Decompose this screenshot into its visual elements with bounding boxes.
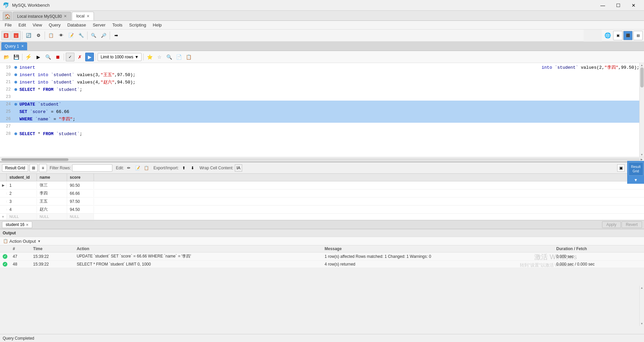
maximize-button[interactable]: ☐ (610, 0, 626, 11)
layout1-btn[interactable]: ▣ (613, 31, 623, 40)
explain-btn[interactable]: 🔍 (44, 53, 52, 61)
filter-input[interactable] (72, 164, 112, 172)
statusbar: Query Completed (0, 334, 644, 342)
save-script-btn[interactable]: 💾 (12, 53, 20, 61)
globe-icon[interactable]: 🌐 (603, 31, 612, 40)
scroll-up-arrow[interactable]: ▲ (641, 64, 643, 67)
header-score[interactable]: score (67, 174, 94, 181)
result-grid-tab[interactable]: Result Grid (2, 164, 28, 172)
result-grid-side-panel[interactable]: ResultGrid ▼ (627, 161, 644, 184)
scroll-up[interactable]: ▲ (641, 286, 643, 289)
toggle-btn[interactable]: ✓ (66, 53, 74, 61)
table-row[interactable]: 2 李四 66.66 (0, 189, 644, 197)
menu-database[interactable]: Database (64, 21, 90, 29)
bookmark2-btn[interactable]: ☆ (155, 53, 164, 61)
apply-btn[interactable]: Apply (602, 221, 621, 228)
execute-btn[interactable]: ⚡ (24, 53, 33, 61)
cell-score-null: NULL (67, 214, 94, 220)
tab-close[interactable]: ✕ (64, 14, 67, 18)
edit-btn[interactable]: ✏ (125, 164, 132, 172)
layout2-btn[interactable]: ⬛ (623, 31, 633, 40)
wrap-btn[interactable]: IA (235, 164, 242, 172)
menu-query[interactable]: Query (45, 21, 64, 29)
tab-local-instance[interactable]: Local instance MySQL80 ✕ (13, 12, 71, 20)
tab-local[interactable]: local ✕ (72, 12, 94, 20)
inspect-btn[interactable]: 🔎 (99, 31, 108, 40)
output-message: 4 row(s) returned (322, 261, 554, 268)
form-view-btn[interactable]: ≡ (39, 164, 47, 172)
row-arrow: ▶ (0, 182, 7, 188)
refresh-btn[interactable]: 🔄 (24, 31, 33, 40)
wrap-label: Wrap Cell Content: (200, 166, 233, 170)
export-btn[interactable]: ⬆ (180, 164, 187, 172)
table-row[interactable]: 3 王五 97.50 (0, 197, 644, 206)
table-row[interactable]: ▶ 1 张三 90.50 (0, 181, 644, 189)
status-cell: ✓ (0, 252, 10, 261)
format-btn[interactable]: 📄 (174, 53, 183, 61)
table-btn[interactable]: 📋 (46, 31, 56, 40)
menu-server[interactable]: Server (89, 21, 109, 29)
snippet-btn[interactable]: 📋 (184, 53, 193, 61)
search-btn[interactable]: 🔍 (89, 31, 98, 40)
output-vscrollbar[interactable]: ▲ ▼ (639, 286, 644, 326)
subtab-close[interactable]: ✕ (26, 223, 29, 227)
menu-file[interactable]: File (1, 21, 15, 29)
scroll-thumb[interactable] (640, 67, 644, 88)
query-tab-close[interactable]: ✕ (21, 44, 24, 48)
stop-btn[interactable]: ⏹ (53, 53, 62, 61)
table-row[interactable]: 4 赵六 94.50 (0, 206, 644, 214)
code-line-21: 21 insert into `student` values(4,"赵六",9… (0, 78, 639, 86)
next-btn[interactable]: ▶ (85, 53, 94, 61)
action-output-dropdown[interactable]: ▼ (37, 238, 42, 244)
layout3-btn[interactable]: ▤ (633, 31, 643, 40)
result-subtab-student16[interactable]: student 16 ✕ (2, 221, 32, 228)
output-duration: 0.000 sec / 0.000 sec (554, 261, 644, 268)
status-cell: ✓ (0, 261, 10, 268)
function-btn[interactable]: 🔧 (76, 31, 86, 40)
routine-btn[interactable]: 📝 (66, 31, 76, 40)
new-schema-btn[interactable]: S (1, 31, 11, 40)
bookmark-btn[interactable]: ⭐ (145, 53, 154, 61)
line-num: 21 (0, 80, 13, 84)
limit-select[interactable]: Limit to 1000 rows ▼ (98, 53, 142, 61)
menu-tools[interactable]: Tools (109, 21, 126, 29)
panel-toggle-btn[interactable]: ▣ (617, 164, 625, 172)
close-button[interactable]: ✕ (626, 0, 641, 11)
table-row-null[interactable]: + NULL NULL NULL (0, 214, 644, 220)
edit3-btn[interactable]: 📋 (143, 164, 150, 172)
view-btn[interactable]: 👁 (56, 31, 66, 40)
edit2-btn[interactable]: 📝 (134, 164, 141, 172)
panel-scroll-down[interactable]: ▼ (634, 178, 638, 182)
editor-hscrollbar[interactable]: ▶ (0, 157, 644, 162)
scroll-down-arrow[interactable]: ▼ (641, 153, 643, 156)
zoom-in-btn[interactable]: 🔍 (165, 53, 173, 61)
editor-vscrollbar[interactable]: ▲ ▼ (639, 63, 644, 157)
query-tab-1[interactable]: Query 1 ✕ (1, 42, 27, 50)
revert-btn[interactable]: Revert (622, 221, 642, 228)
menu-edit[interactable]: Edit (15, 21, 29, 29)
menu-view[interactable]: View (29, 21, 45, 29)
header-name[interactable]: name (37, 174, 67, 181)
minimize-button[interactable]: — (595, 0, 610, 11)
menu-help[interactable]: Help (150, 21, 165, 29)
open-script-btn[interactable]: 📂 (2, 53, 11, 61)
tab-close[interactable]: ✕ (87, 14, 90, 18)
sql-editor[interactable]: 19 insert into `student` values(2,"李四",9… (0, 63, 639, 157)
header-student_id[interactable]: student_id (7, 174, 37, 181)
manage-btn[interactable]: ⚙ (34, 31, 43, 40)
import-btn[interactable]: ⬇ (189, 164, 196, 172)
result-grid-panel-btn[interactable]: ResultGrid (629, 162, 643, 176)
scroll-down[interactable]: ▼ (641, 322, 643, 325)
output-section: Output 📋 Action Output ▼ # Time Action M… (0, 229, 644, 268)
migration-btn[interactable]: ➡ (111, 31, 121, 40)
home-tab[interactable]: 🏠 (3, 12, 12, 20)
hscroll-thumb[interactable] (1, 158, 68, 161)
save-btn[interactable]: S (11, 31, 21, 40)
hscroll-right-arrow[interactable]: ▶ (641, 158, 643, 161)
line-num: 19 (0, 65, 13, 70)
skip-btn[interactable]: ✗ (75, 53, 84, 61)
row-arrow (0, 192, 7, 194)
menu-scripting[interactable]: Scripting (126, 21, 150, 29)
execute-selection-btn[interactable]: ▶ (34, 53, 43, 61)
grid-view-btn[interactable]: ⊞ (30, 164, 38, 172)
